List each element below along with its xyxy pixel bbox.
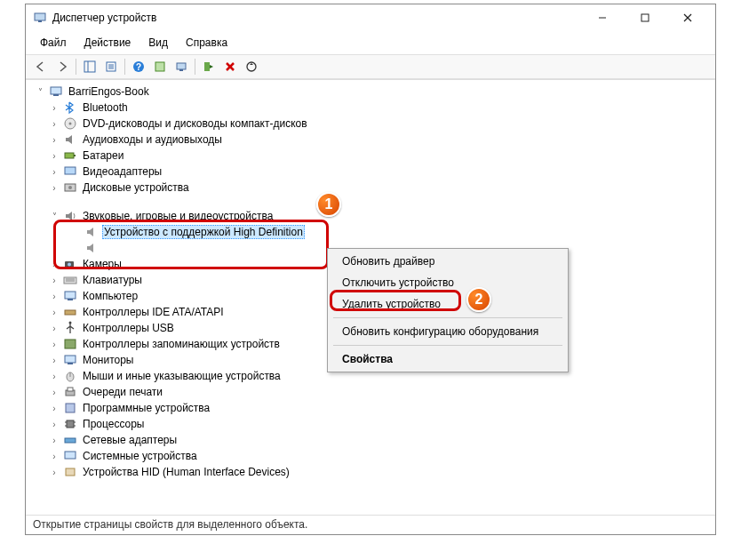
svg-rect-14 [155,62,164,71]
tree-item[interactable]: ›Программные устройства [29,400,715,416]
svg-rect-22 [53,94,59,96]
svg-rect-47 [67,420,74,428]
svg-rect-52 [65,438,76,443]
ctx-properties[interactable]: Свойства [330,348,566,370]
toolbar: ? [26,54,715,79]
sound-icon [63,209,77,223]
ctx-delete-device[interactable]: Удалить устройство [330,293,566,315]
disk-icon [63,180,77,195]
scan-hardware-button[interactable] [171,57,191,76]
mouse-icon [63,369,77,383]
uninstall-device-button[interactable] [220,57,240,76]
ctx-separator [333,317,562,318]
ctx-refresh-hw[interactable]: Обновить конфигурацию оборудования [330,321,566,342]
svg-rect-17 [204,62,210,71]
tree-item[interactable]: ›Дисковые устройства [29,180,715,196]
tree-root-label: BarriEngos-Book [67,84,151,99]
back-button[interactable] [31,57,51,76]
svg-rect-15 [177,63,186,69]
svg-rect-25 [65,153,74,158]
forward-button[interactable] [52,57,72,76]
tree-item[interactable]: ›DVD-дисководы и дисководы компакт-диско… [29,116,715,132]
maximize-button[interactable] [625,5,665,30]
svg-rect-26 [74,155,76,156]
tree-item[interactable]: ›Процессоры [29,416,715,432]
monitor-icon [63,353,77,367]
display-adapter-icon [63,164,77,179]
svg-rect-53 [65,452,76,459]
statusbar-text: Открытие страницы свойств для выделенног… [26,515,715,534]
svg-point-31 [68,263,71,267]
svg-rect-35 [65,292,76,299]
system-devices-icon [63,449,77,463]
tree-item[interactable]: ›Видеоадаптеры [29,164,715,180]
ctx-update-driver[interactable]: Обновить драйвер [330,251,566,272]
svg-rect-46 [66,404,75,412]
minimize-button[interactable] [582,5,623,30]
ctx-disable-device[interactable]: Отключить устройство [330,272,566,293]
menu-help[interactable]: Справка [179,33,235,52]
tree-item[interactable]: ›Очереди печати [29,384,715,400]
svg-rect-3 [641,14,649,21]
menu-action[interactable]: Действие [77,33,139,52]
computer-icon [49,84,63,99]
collapse-icon[interactable]: ˅ [35,87,45,97]
context-menu: Обновить драйвер Отключить устройство Уд… [327,248,569,372]
update-driver-button[interactable] [242,57,261,76]
show-console-tree-button[interactable] [80,57,100,76]
battery-icon [63,148,77,163]
ctx-separator [333,345,562,346]
svg-rect-16 [179,69,183,71]
menu-file[interactable]: Файл [33,33,74,52]
enable-device-button[interactable] [199,57,219,76]
svg-text:?: ? [136,62,141,72]
tree-item-sound-device-selected[interactable]: Устройство с поддержкой High Definition [29,224,715,240]
tree-item[interactable]: ›Bluetooth [29,100,715,116]
svg-rect-37 [65,310,76,315]
window-title: Диспетчер устройств [52,12,156,24]
svg-point-29 [68,186,72,189]
help-button[interactable]: ? [129,57,148,76]
sound-device-icon [84,225,99,239]
properties-button[interactable] [101,57,121,76]
camera-icon [63,257,77,271]
ide-icon [63,305,77,319]
svg-rect-40 [65,356,76,363]
svg-rect-27 [65,167,76,174]
tree-item[interactable]: ›Аудиовходы и аудиовыходы [29,132,715,148]
dvd-icon [63,116,77,131]
bluetooth-icon [63,100,77,115]
tree-item[interactable]: ›Устройства HID (Human Interface Devices… [29,464,715,480]
svg-rect-6 [84,61,95,72]
tree-item[interactable]: ›Системные устройства [29,448,715,464]
expand-icon[interactable]: › [49,103,60,113]
close-button[interactable] [667,5,708,30]
svg-rect-39 [65,340,76,348]
usb-icon [63,321,77,335]
keyboard-icon [63,273,77,287]
tree-item-sound-group[interactable]: ˅Звуковые, игровые и видеоустройства [29,208,715,224]
tree-root[interactable]: ˅ BarriEngos-Book [29,84,715,100]
svg-rect-0 [35,13,45,20]
svg-point-24 [69,123,72,125]
sound-device-icon [84,241,99,255]
tree-item[interactable]: ›Сетевые адаптеры [29,432,715,448]
svg-rect-1 [38,20,42,22]
collapse-icon[interactable]: ˅ [49,212,60,221]
menubar: Файл Действие Вид Справка [26,31,715,54]
hid-icon [63,465,77,479]
svg-rect-21 [51,87,61,94]
menu-view[interactable]: Вид [141,33,175,52]
svg-point-38 [69,322,72,324]
computer-icon [63,289,77,303]
svg-rect-54 [66,468,75,476]
processor-icon [63,417,77,431]
titlebar: Диспетчер устройств [26,4,715,31]
software-devices-icon [63,401,77,415]
svg-rect-36 [68,299,73,300]
network-adapter-icon [63,433,77,447]
svg-rect-45 [68,388,73,391]
tree-item[interactable]: ›Батареи [29,148,715,164]
action-button[interactable] [150,57,170,76]
print-queue-icon [63,385,77,399]
